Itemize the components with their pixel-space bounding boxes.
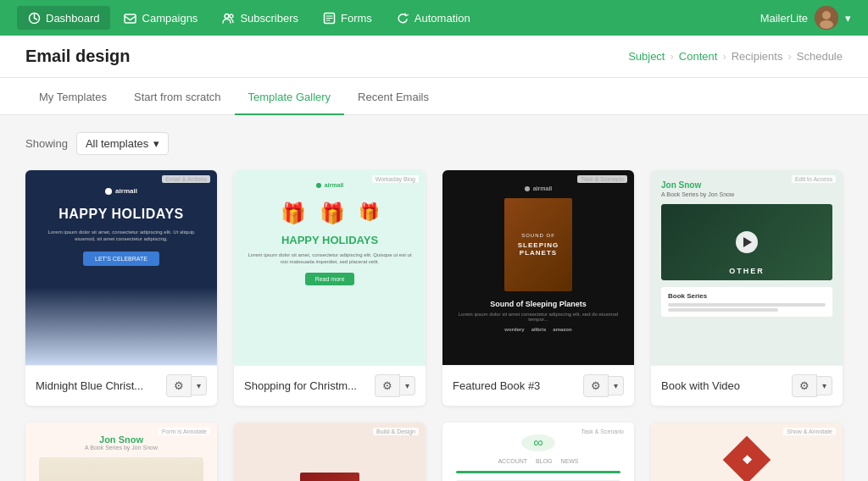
filter-arrow-icon: ▾ (153, 137, 159, 150)
template-preview-young: Build & Design YOUNG A AGENCY (234, 423, 426, 481)
gear-button-midnight-blue[interactable]: ⚙ (166, 374, 192, 397)
filter-row: Showing All templates ▾ (25, 132, 843, 155)
template-card-book-video[interactable]: Edit to Access Jon Snow A Book Series by… (651, 170, 843, 406)
template-name-book-video: Book with Video (661, 379, 740, 392)
tabs-bar: My Templates Start from scratch Template… (0, 78, 868, 115)
breadcrumb-content[interactable]: Content (679, 50, 718, 63)
svg-rect-1 (125, 14, 136, 23)
gear-button-book-video[interactable]: ⚙ (792, 374, 817, 397)
svg-point-7 (820, 20, 833, 29)
nav-item-forms-label: Forms (341, 12, 372, 25)
tab-template-gallery[interactable]: Template Gallery (235, 82, 345, 115)
template-name-featured-book: Featured Book #3 (453, 379, 540, 392)
top-bar: Email design Subject › Content › Recipie… (0, 36, 868, 78)
tab-start-from-scratch[interactable]: Start from scratch (120, 82, 235, 115)
template-footer-shopping: Shopping for Christm... ⚙ ▾ (234, 365, 426, 406)
nav-item-dashboard[interactable]: Dashboard (17, 6, 110, 30)
gear-button-featured-book[interactable]: ⚙ (583, 374, 609, 397)
avatar (815, 6, 838, 30)
template-card-jon-snow[interactable]: Form is Annotate Jon Snow A Book Series … (25, 423, 217, 481)
content-area: Showing All templates ▾ Email & Actions … (0, 115, 868, 481)
svg-point-6 (822, 11, 831, 19)
template-footer-midnight-blue: Midnight Blue Christ... ⚙ ▾ (25, 365, 217, 406)
template-card-young[interactable]: Build & Design YOUNG A AGENCY Young Agen… (234, 423, 426, 481)
tab-recent-emails[interactable]: Recent Emails (344, 82, 442, 115)
template-tag-midnight: Email & Actions (162, 175, 210, 183)
nav-dropdown-arrow: ▾ (845, 12, 851, 25)
nav-item-automation[interactable]: Automation (386, 6, 481, 30)
gear-arrow-midnight-blue[interactable]: ▾ (192, 376, 207, 395)
template-tag-newsletter: Task & Scenario (577, 428, 627, 435)
breadcrumb: Subject › Content › Recipients › Schedul… (628, 50, 843, 63)
gear-arrow-shopping[interactable]: ▾ (400, 376, 415, 395)
template-card-featured-book[interactable]: Task & Scenario airmail SOUND OF SLEEPIN… (442, 170, 634, 406)
template-preview-weekly: Show & Annotate ❖ Weekly Newsletter (651, 423, 843, 481)
nav-item-automation-label: Automation (415, 12, 470, 25)
breadcrumb-subject[interactable]: Subject (628, 50, 665, 63)
filter-value: All templates (86, 137, 148, 150)
nav-right[interactable]: MailerLite ▾ (760, 6, 851, 30)
brand-name: MailerLite (760, 12, 808, 25)
filter-dropdown[interactable]: All templates ▾ (76, 132, 169, 155)
template-preview-featured-book: Task & Scenario airmail SOUND OF SLEEPIN… (442, 170, 634, 365)
breadcrumb-sep-3: › (787, 50, 791, 63)
breadcrumb-sep-1: › (670, 50, 674, 63)
template-tag-jon-snow: Form is Annotate (159, 428, 210, 435)
template-card-shopping[interactable]: Workaday Blog airmail 🎁 🎁 🎁 HAPPY HOLIDA… (234, 170, 426, 406)
nav-item-dashboard-label: Dashboard (46, 12, 100, 25)
template-tag-weekly: Show & Annotate (783, 428, 836, 435)
template-preview-book-video: Edit to Access Jon Snow A Book Series by… (651, 170, 843, 365)
forms-icon (322, 11, 336, 25)
template-preview-shopping: Workaday Blog airmail 🎁 🎁 🎁 HAPPY HOLIDA… (234, 170, 426, 365)
gear-arrow-book-video[interactable]: ▾ (817, 376, 832, 395)
page-title: Email design (25, 47, 130, 66)
subscribers-icon (221, 11, 235, 25)
template-actions-midnight-blue: ⚙ ▾ (166, 374, 207, 397)
template-card-newsletter[interactable]: Task & Scenario ∞ ACCOUNT BLOG NEWS Stan… (442, 423, 634, 481)
tab-my-templates[interactable]: My Templates (25, 82, 120, 115)
template-preview-newsletter: Task & Scenario ∞ ACCOUNT BLOG NEWS (442, 423, 634, 481)
navbar: Dashboard Campaigns Subscribers Forms Au… (0, 0, 868, 36)
template-card-midnight-blue[interactable]: Email & Actions airmail HAPPY HOLIDAYS L… (25, 170, 217, 406)
template-footer-book-video: Book with Video ⚙ ▾ (651, 365, 843, 406)
template-preview-midnight-blue: Email & Actions airmail HAPPY HOLIDAYS L… (25, 170, 217, 365)
dashboard-icon (27, 11, 41, 25)
template-tag-featured-book: Task & Scenario (577, 175, 627, 183)
filter-label: Showing (25, 137, 68, 150)
breadcrumb-sep-2: › (722, 50, 726, 63)
nav-left: Dashboard Campaigns Subscribers Forms Au… (17, 6, 481, 30)
template-name-midnight-blue: Midnight Blue Christ... (36, 379, 143, 392)
template-card-weekly[interactable]: Show & Annotate ❖ Weekly Newsletter Week… (651, 423, 843, 481)
breadcrumb-schedule: Schedule (797, 50, 843, 63)
svg-point-2 (225, 14, 229, 18)
template-actions-book-video: ⚙ ▾ (792, 374, 832, 397)
nav-item-subscribers[interactable]: Subscribers (211, 6, 309, 30)
nav-item-forms[interactable]: Forms (312, 6, 382, 30)
template-name-shopping: Shopping for Christm... (244, 379, 357, 392)
gear-arrow-featured-book[interactable]: ▾ (609, 376, 624, 395)
template-tag-book-video: Edit to Access (792, 175, 836, 183)
template-tag-shopping: Workaday Blog (372, 175, 419, 183)
campaigns-icon (124, 11, 137, 25)
template-grid: Email & Actions airmail HAPPY HOLIDAYS L… (25, 170, 843, 481)
template-tag-young: Build & Design (373, 428, 419, 435)
nav-item-campaigns[interactable]: Campaigns (114, 6, 209, 30)
gear-button-shopping[interactable]: ⚙ (375, 374, 400, 397)
template-footer-featured-book: Featured Book #3 ⚙ ▾ (442, 365, 634, 406)
svg-point-3 (230, 14, 233, 18)
template-actions-featured-book: ⚙ ▾ (583, 374, 624, 397)
nav-item-campaigns-label: Campaigns (142, 12, 198, 25)
automation-icon (396, 11, 409, 25)
breadcrumb-recipients: Recipients (732, 50, 783, 63)
template-preview-jon-snow: Form is Annotate Jon Snow A Book Series … (25, 423, 217, 481)
template-actions-shopping: ⚙ ▾ (375, 374, 415, 397)
nav-item-subscribers-label: Subscribers (240, 12, 298, 25)
